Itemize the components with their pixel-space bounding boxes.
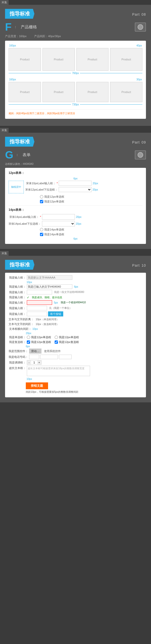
p10-row-5: 我是输入框： 5px 我是一个错误#004410 bbox=[9, 300, 142, 305]
stepper-minus[interactable]: - bbox=[27, 360, 31, 364]
input-14-1[interactable] bbox=[42, 214, 75, 220]
select-12-1[interactable] bbox=[59, 187, 92, 192]
dim-row-range: 6px bbox=[9, 345, 142, 348]
checkbox-14[interactable] bbox=[40, 233, 43, 236]
p10-radio-2[interactable] bbox=[55, 336, 58, 339]
p10-range-btn[interactable]: 滑动… bbox=[29, 349, 41, 354]
phone-input-2[interactable] bbox=[40, 355, 58, 359]
banner-h: 指导标准 bbox=[5, 260, 34, 270]
check-label-12: 我是12px单选框 bbox=[44, 200, 64, 203]
section-g-left: G ： 表单 bbox=[5, 150, 31, 160]
radio-12[interactable] bbox=[40, 195, 43, 198]
phone-inputs bbox=[29, 355, 72, 359]
stepper-value[interactable] bbox=[31, 360, 37, 364]
product-grid-1: Product Product Product Product bbox=[9, 48, 142, 71]
p10-label-8b: 文本与文字的间距： bbox=[9, 322, 34, 326]
p10-textarea[interactable]: 超长文本框可根据需求来按10px的整数倍调整宽度 bbox=[27, 366, 90, 376]
product-item: Product bbox=[9, 82, 41, 102]
part-label-h: Part 10 bbox=[132, 262, 146, 268]
p10-row-textarea: 超长文本框： 超长文本框可根据需求来按10px的整数倍调整宽度 bbox=[9, 366, 142, 376]
form-row-14-2: 宋体14pxLabel下拉选框： 20px bbox=[9, 221, 142, 226]
section-colon-f: ： bbox=[14, 25, 17, 29]
p10-checkbox-1[interactable] bbox=[27, 340, 30, 344]
p10-btn-7[interactable]: 有个按钮 bbox=[48, 311, 63, 316]
p10-row-checkbox: 我是复选框： 我是12px复选框 我是12px复选框 bbox=[9, 340, 142, 344]
radio-group-14: 我是14px单选框 bbox=[40, 228, 142, 232]
dim-12-1: 20px bbox=[93, 182, 100, 185]
p10-checkbox-2[interactable] bbox=[55, 340, 58, 344]
gap-bottom-14: 6px bbox=[9, 237, 142, 240]
dim-line2-right bbox=[80, 104, 142, 105]
product-item: Product bbox=[42, 82, 75, 102]
dim-12-2: 20px bbox=[93, 188, 100, 191]
gap-top-12: 6px bbox=[9, 177, 142, 180]
p10-row-phone: 我是电话号码： bbox=[9, 355, 142, 359]
p10-input-7[interactable] bbox=[27, 312, 47, 316]
product-item: Product bbox=[110, 82, 142, 102]
p10-input-1[interactable] bbox=[27, 275, 72, 280]
section-letter-f: F bbox=[5, 22, 12, 32]
check-group-14: 我是14px单选框 bbox=[40, 233, 142, 236]
phone-input-3[interactable] bbox=[59, 355, 72, 359]
phone-input-1[interactable] bbox=[29, 355, 39, 359]
p10-row-8: 文本与文字的距离： 10px（单选框同理） bbox=[9, 317, 142, 321]
section-f-left: F ： 产品栅格 bbox=[5, 22, 37, 32]
input-12-1[interactable] bbox=[59, 181, 92, 186]
p10-submit-note: 间距10px，可根据需要按5px的整数倍调整间距 bbox=[26, 390, 142, 394]
form-label-12-1: 宋体10pxLabel输入框： bbox=[25, 181, 56, 185]
product-item: Product bbox=[42, 48, 75, 71]
form12-title: 12px表单： bbox=[9, 171, 142, 175]
p10-row-stepper: 我是调调框： - + bbox=[9, 360, 142, 365]
section-h: 米集 指导标准 Part 10 我是输入框： 10px 我是输入框： 6px bbox=[0, 251, 151, 402]
radio-14[interactable] bbox=[40, 228, 43, 231]
section-title-g: 表单 bbox=[23, 152, 31, 158]
required-12-1: * bbox=[57, 182, 58, 185]
banner-g: 指导标准 bbox=[5, 137, 34, 147]
p10-label-phone: 我是电话号码： bbox=[9, 355, 28, 359]
product-grid-2: Product Product Product Product bbox=[9, 82, 142, 102]
select-14-1[interactable] bbox=[42, 221, 75, 226]
spec-row-f: 产品宽度：160px 产品间距：40px/30px bbox=[5, 34, 146, 38]
p10-input-6[interactable] bbox=[27, 306, 47, 310]
white-card-f: 160px 40px Product Product Product Produ… bbox=[5, 41, 146, 119]
required-14-1: * bbox=[40, 215, 41, 218]
p10-input-2[interactable] bbox=[27, 284, 72, 289]
border-spec: 边框默认颜色：#A0A0A0 bbox=[5, 162, 146, 166]
tab-label-g: 米集 bbox=[0, 128, 9, 133]
annotation-f: 规则：间距40px应用于二级页目，间距30px应用于三研页目 bbox=[9, 109, 142, 115]
radio-group-12: 我是12px单选框 bbox=[40, 195, 142, 199]
banner-f: 指导标准 bbox=[5, 9, 34, 19]
section-colon-g: ： bbox=[15, 153, 19, 157]
camera-icon-g bbox=[135, 150, 146, 159]
part-label-f: Part 08 bbox=[132, 11, 146, 17]
form-row-12-2: 宋体12pxLabel下拉选框： 20px bbox=[25, 187, 142, 192]
p10-note-8: 10px（单选框同理） bbox=[36, 318, 59, 321]
check-group-12: 我是12px单选框 bbox=[40, 200, 142, 203]
dim2-bottom: 730px bbox=[72, 103, 79, 106]
p10-note-3: 我是一段文字说明#808080 bbox=[54, 290, 84, 294]
spec1: 产品宽度：160px bbox=[5, 34, 27, 38]
dim-row-1: 10px bbox=[26, 281, 142, 284]
p10-label-8: 文本与文字的距离： bbox=[9, 317, 34, 321]
p10-input-5[interactable] bbox=[27, 300, 52, 305]
p10-radio-1[interactable] bbox=[27, 336, 30, 339]
p10-unit-6: 元（我是一个单位） bbox=[49, 306, 72, 310]
diagram2-top-dims: 160px 30px bbox=[9, 78, 142, 81]
p10-label-5: 我是输入框： bbox=[9, 301, 26, 305]
stepper-plus[interactable]: + bbox=[37, 360, 41, 364]
p10-label-7: 我是输入框： bbox=[9, 312, 26, 316]
spec2: 产品间距：40px/30px bbox=[34, 34, 61, 38]
p10-label-textarea: 超长文本框： bbox=[9, 366, 26, 370]
dim2-right: 30px bbox=[136, 78, 142, 81]
p10-label-2: 我是输入框： bbox=[9, 285, 26, 289]
section-f: 米集 指导标准 Part 08 F ： 产品栅格 产品宽度：160px 产品间距… bbox=[0, 0, 151, 126]
form14-title: 14px表单： bbox=[9, 208, 142, 212]
tab-label-h: 米集 bbox=[0, 251, 9, 256]
p10-note-4: 我是成功、报错、提示信息 bbox=[32, 296, 62, 299]
dim-line-right bbox=[80, 73, 142, 73]
form-white-card: 12px表单： 6px 轴线层中 宋体10pxLabel输入框： * 20px bbox=[5, 168, 146, 244]
dim-line2-left bbox=[9, 104, 71, 105]
p10-input-3[interactable] bbox=[27, 290, 52, 294]
checkbox-12[interactable] bbox=[40, 200, 43, 203]
p10-submit-button[interactable]: 按钮文题 bbox=[26, 382, 48, 389]
